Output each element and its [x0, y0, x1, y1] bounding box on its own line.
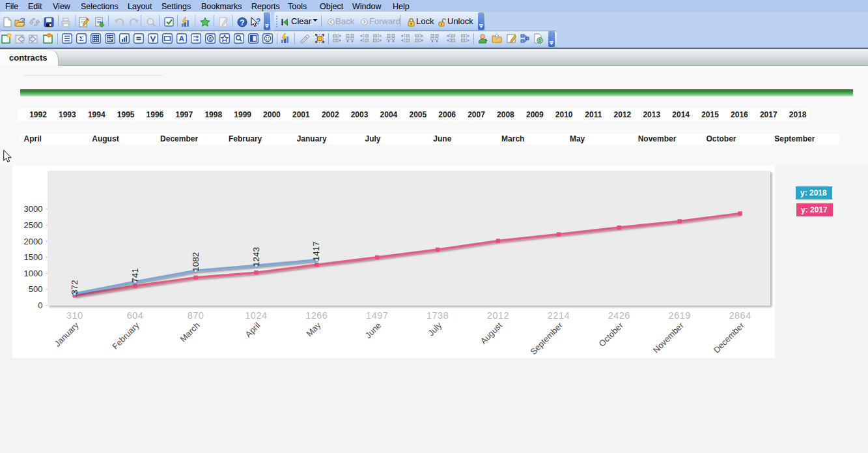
svg-text:February: February	[110, 320, 141, 351]
svg-text:September: September	[528, 320, 565, 357]
svg-text:310: 310	[66, 310, 83, 321]
svg-text:1497: 1497	[366, 310, 388, 321]
svg-text:December: December	[712, 320, 746, 355]
svg-text:1417: 1417	[312, 241, 322, 261]
svg-text:October: October	[597, 320, 626, 349]
svg-text:November: November	[651, 320, 686, 355]
svg-text:2426: 2426	[608, 310, 630, 321]
svg-text:3000: 3000	[24, 204, 43, 214]
svg-text:?: ?	[240, 18, 244, 27]
svg-text:2012: 2012	[487, 310, 509, 321]
svg-text:870: 870	[188, 310, 204, 321]
svg-text:1243: 1243	[251, 247, 261, 267]
svg-text:2000: 2000	[24, 237, 43, 246]
svg-text:January: January	[53, 320, 81, 349]
svg-text:May: May	[304, 320, 322, 338]
svg-text:1024: 1024	[245, 310, 267, 321]
svg-text:1500: 1500	[24, 252, 43, 262]
svg-text:500: 500	[29, 284, 43, 294]
svg-text:2864: 2864	[729, 310, 751, 321]
svg-text:604: 604	[127, 310, 144, 321]
svg-text:April: April	[244, 320, 262, 339]
svg-text:2214: 2214	[548, 310, 570, 321]
svg-text:372: 372	[70, 280, 79, 295]
svg-text:March: March	[178, 321, 201, 344]
svg-text:2500: 2500	[24, 220, 43, 230]
svg-text:1738: 1738	[427, 310, 449, 321]
svg-text:741: 741	[130, 268, 140, 283]
svg-text:August: August	[479, 320, 504, 345]
svg-text:July: July	[426, 320, 443, 338]
svg-text:Σ: Σ	[79, 35, 83, 42]
svg-text:1000: 1000	[24, 269, 43, 278]
svg-text:2619: 2619	[669, 310, 691, 321]
svg-text:A: A	[179, 35, 184, 42]
svg-text:0: 0	[38, 300, 42, 310]
svg-text:?: ?	[256, 17, 260, 26]
svg-text:1266: 1266	[305, 310, 328, 321]
svg-text:June: June	[363, 321, 384, 341]
svg-text:6: 6	[209, 36, 212, 42]
svg-text:1082: 1082	[191, 252, 201, 272]
